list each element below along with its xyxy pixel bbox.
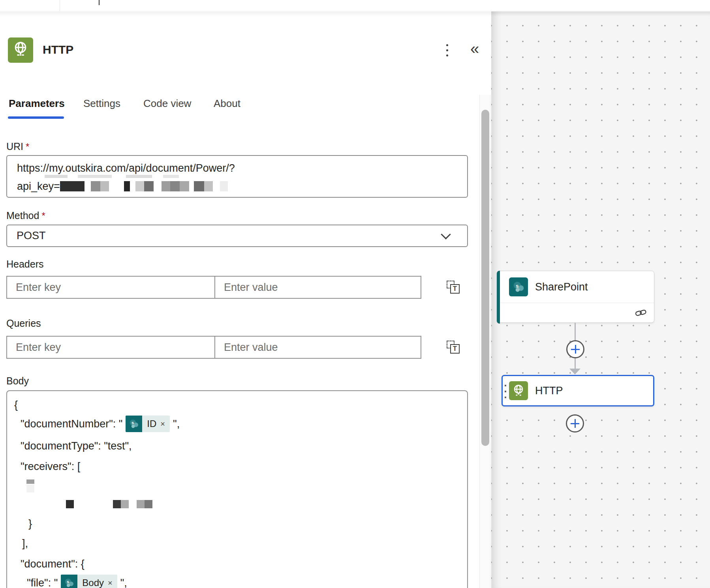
body-line: {: [14, 399, 18, 411]
method-label: Method*: [6, 210, 45, 221]
globe-icon: [11, 40, 30, 60]
action-config-panel: HTTP « Parameters Settings Code view Abo…: [0, 11, 491, 588]
svg-text:s: s: [131, 420, 134, 425]
collapse-panel-button[interactable]: «: [465, 39, 484, 58]
svg-text:s: s: [516, 283, 519, 289]
body-line: }: [28, 518, 32, 530]
method-value: POST: [17, 230, 46, 242]
card-footer: [500, 303, 654, 323]
card-title: HTTP: [535, 385, 563, 397]
http-globe-icon: [509, 381, 528, 400]
token-label: Body: [82, 577, 104, 588]
vertical-scrollbar[interactable]: [479, 95, 490, 588]
sharepoint-icon: s: [509, 277, 528, 296]
dynamic-token-body[interactable]: s Body ×: [61, 575, 117, 588]
body-line-file: "file": " s Body × ",: [27, 574, 127, 588]
queries-kv-row: [6, 336, 421, 359]
more-options-button[interactable]: [439, 42, 455, 58]
queries-value-input[interactable]: [215, 337, 421, 358]
scrollbar-thumb[interactable]: [481, 110, 489, 446]
dynamic-token-id[interactable]: s ID ×: [126, 416, 170, 432]
double-chevron-left-icon: «: [470, 40, 479, 58]
required-asterisk: *: [41, 210, 45, 221]
uri-redaction-faint: [45, 175, 179, 178]
queries-key-cell: [7, 337, 215, 358]
panel-title: HTTP: [43, 43, 73, 56]
queries-label: Queries: [6, 318, 41, 329]
body-line: "document": {: [21, 558, 85, 570]
headers-key-cell: [7, 277, 215, 298]
top-bar-divider: [60, 0, 60, 11]
body-line: "documentType": "test",: [21, 440, 131, 452]
uri-value-line1: https://my.outskira.com/api/document/Pow…: [17, 161, 467, 176]
tab-parameters[interactable]: Parameters: [9, 97, 65, 110]
power-automate-designer: HTTP « Parameters Settings Code view Abo…: [0, 0, 710, 588]
headers-value-input[interactable]: [215, 277, 421, 298]
queries-value-cell: [215, 337, 421, 358]
headers-label: Headers: [6, 258, 44, 270]
headers-kv-row: [6, 276, 421, 299]
http-connector-icon: [8, 37, 33, 63]
text-cursor-mark: [99, 0, 100, 5]
kebab-icon: [446, 44, 448, 46]
body-redaction-fragment: [26, 485, 34, 492]
token-remove-icon[interactable]: ×: [108, 579, 113, 587]
method-select[interactable]: POST: [6, 225, 468, 247]
token-remove-icon[interactable]: ×: [160, 420, 165, 428]
headers-key-input[interactable]: [7, 277, 214, 298]
required-asterisk: *: [26, 141, 29, 152]
uri-value-line2: api_key=: [17, 180, 467, 193]
api-key-prefix: api_key=: [17, 180, 60, 193]
body-redaction-blocks: [66, 500, 152, 508]
tab-about[interactable]: About: [214, 97, 240, 110]
body-label: Body: [6, 375, 29, 387]
headers-value-cell: [215, 277, 421, 298]
uri-input[interactable]: https://my.outskira.com/api/document/Pow…: [6, 155, 468, 198]
add-action-button[interactable]: [566, 414, 584, 433]
body-line: "receivers": [: [21, 461, 80, 473]
uri-redaction-blocks: [60, 181, 228, 191]
queries-key-input[interactable]: [7, 337, 214, 358]
sharepoint-action-card[interactable]: s SharePoint: [497, 271, 654, 323]
body-line-document-number: "documentNumber": " s ID × ",: [21, 415, 180, 433]
sharepoint-icon: s: [126, 416, 142, 432]
body-redaction-fragment: [26, 479, 34, 484]
top-bar: [0, 0, 710, 11]
sharepoint-icon: s: [61, 575, 77, 588]
uri-label: URI*: [6, 141, 29, 152]
token-label: ID: [147, 418, 156, 429]
active-tab-underline: [8, 116, 64, 119]
svg-text:s: s: [67, 579, 69, 584]
flow-arrowhead: [569, 369, 580, 375]
tab-code-view[interactable]: Code view: [143, 97, 191, 110]
headers-text-mode-button[interactable]: T: [447, 281, 462, 296]
card-title: SharePoint: [535, 281, 588, 293]
tab-settings[interactable]: Settings: [83, 97, 120, 110]
connection-link-icon: [635, 307, 647, 319]
body-line: ],: [22, 537, 28, 550]
insert-step-button[interactable]: [566, 340, 584, 358]
http-action-card-selected[interactable]: HTTP: [502, 375, 654, 406]
queries-text-mode-button[interactable]: T: [447, 341, 462, 356]
